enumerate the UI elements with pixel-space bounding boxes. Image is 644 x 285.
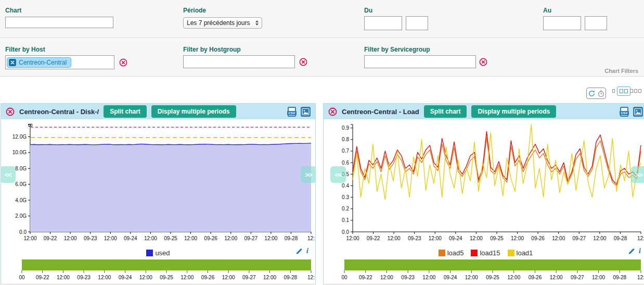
refresh-icon[interactable] [588, 90, 596, 97]
legend-item-used[interactable]: used [146, 249, 170, 257]
svg-text:12:00: 12:00 [98, 275, 111, 280]
layout-one-column-button[interactable] [610, 86, 617, 95]
remove-chart-icon[interactable] [6, 107, 15, 116]
svg-text:09-28: 09-28 [285, 236, 298, 241]
svg-text:09-27: 09-27 [242, 275, 256, 280]
legend-label: load15 [480, 249, 500, 257]
clear-hostgroup-filter-icon[interactable] [299, 58, 307, 66]
periode-label: Période [183, 7, 206, 14]
load-timeline-selector[interactable]: 0009-2212:0009-2312:0009-2412:0009-2512:… [324, 259, 644, 283]
svg-text:0.0: 0.0 [342, 229, 349, 235]
export-image-icon[interactable] [301, 107, 311, 117]
legend-item-load15[interactable]: load15 [471, 249, 500, 257]
svg-text:09-25: 09-25 [164, 236, 177, 241]
periode-selected-value: Les 7 précédents jours [187, 19, 250, 27]
svg-text:09-23: 09-23 [84, 236, 97, 241]
svg-text:0.8: 0.8 [342, 137, 349, 142]
du-time-input[interactable] [406, 16, 428, 30]
filter-by-hostgroup-input[interactable] [183, 55, 295, 68]
info-icon[interactable]: i [306, 246, 308, 255]
svg-text:09-24: 09-24 [119, 275, 132, 280]
edit-pencil-icon[interactable] [295, 247, 303, 255]
split-chart-button[interactable]: Split chart [104, 105, 147, 118]
au-label: Au [543, 7, 551, 14]
svg-text:09-27: 09-27 [571, 275, 584, 280]
svg-text:09-23: 09-23 [77, 275, 91, 280]
au-date-input[interactable] [543, 16, 581, 30]
host-tag: Centreon-Central [7, 57, 71, 68]
edit-pencil-icon[interactable] [628, 247, 635, 255]
svg-text:09-28: 09-28 [613, 275, 626, 280]
du-date-input[interactable] [364, 16, 402, 30]
svg-text:12:00: 12:00 [139, 275, 152, 280]
periode-select[interactable]: Les 7 précédents jours [183, 17, 262, 29]
svg-text:0.1: 0.1 [342, 217, 349, 223]
du-label: Du [364, 7, 372, 14]
filter-by-host-label: Filter by Host [5, 46, 45, 53]
period-clock-icon[interactable] [597, 90, 605, 97]
filters-row-divider [0, 38, 644, 38]
svg-text:0.6: 0.6 [342, 160, 349, 166]
svg-text:12:00: 12:00 [144, 236, 157, 241]
legend-swatch [471, 250, 478, 256]
svg-text:09-24: 09-24 [449, 236, 462, 241]
filter-by-host-input[interactable]: Centreon-Central [5, 55, 114, 69]
svg-text:09-23: 09-23 [408, 236, 421, 241]
legend-label: used [155, 249, 170, 257]
disk-timeline-selector[interactable]: 0009-2212:0009-2312:0009-2412:0009-2512:… [1, 259, 315, 283]
next-period-button[interactable]: >> [301, 166, 315, 183]
load-chart-tools: i [628, 246, 641, 255]
export-image-icon[interactable] [633, 107, 643, 117]
display-multiple-periods-button[interactable]: Display multiple periods [151, 105, 236, 118]
legend-item-load1[interactable]: load1 [508, 249, 533, 257]
chart-view-page: Chart Période Les 7 précédents jours Du … [0, 0, 644, 285]
svg-text:12:00: 12:00 [346, 236, 359, 241]
svg-text:12:00: 12:00 [507, 275, 520, 280]
svg-text:12:00: 12:00 [57, 275, 70, 280]
legend-swatch [508, 250, 514, 256]
load-chart-body: 0.00.10.20.30.40.50.60.70.80.912:0009-22… [324, 119, 644, 284]
svg-text:09-22: 09-22 [36, 275, 49, 280]
filter-by-servicegroup-input[interactable] [364, 55, 476, 68]
chart-filter-input[interactable] [5, 17, 113, 28]
layout-three-columns-button[interactable] [627, 86, 644, 95]
svg-text:09-26: 09-26 [201, 275, 215, 280]
svg-text:09-25: 09-25 [486, 275, 499, 280]
filter-by-hostgroup-label: Filter by Hostgroup [183, 46, 241, 53]
load-chart-plot[interactable]: 0.00.10.20.30.40.50.60.70.80.912:0009-22… [324, 121, 644, 245]
info-icon[interactable]: i [639, 246, 641, 255]
svg-text:09-27: 09-27 [572, 236, 586, 241]
disk-panel-header: Centreon-Central - Disk-/ Split chart Di… [1, 104, 315, 119]
refresh-button-group [586, 88, 606, 99]
svg-text:12:00: 12:00 [181, 275, 194, 280]
tag-remove-icon[interactable] [9, 59, 16, 66]
svg-text:00: 00 [19, 275, 25, 280]
previous-period-button[interactable]: << [330, 166, 346, 183]
svg-text:8.0G: 8.0G [15, 166, 27, 171]
previous-period-button[interactable]: << [1, 166, 16, 183]
clear-servicegroup-filter-icon[interactable] [479, 58, 487, 66]
svg-text:12:00: 12:00 [388, 236, 401, 241]
chart-filters-section: Chart Période Les 7 précédents jours Du … [0, 0, 644, 77]
next-period-button[interactable]: >> [631, 166, 644, 183]
svg-text:10.0G: 10.0G [12, 150, 27, 155]
display-multiple-periods-button[interactable]: Display multiple periods [471, 105, 556, 118]
clear-host-filter-icon[interactable] [119, 58, 127, 67]
disk-chart-plot[interactable]: 0.02.0G4.0G6.0G8.0G10.0G12.0G12:0009-221… [1, 121, 315, 245]
svg-text:09-22: 09-22 [367, 236, 380, 241]
chart-title: Centreon-Central - Disk-/ [19, 108, 99, 116]
au-time-input[interactable] [585, 16, 607, 30]
remove-chart-icon[interactable] [328, 107, 337, 116]
svg-text:6.0G: 6.0G [15, 181, 27, 187]
disk-chart-body: 0.02.0G4.0G6.0G8.0G10.0G12.0G12:0009-221… [1, 119, 315, 284]
split-chart-button[interactable]: Split chart [424, 105, 467, 118]
legend-swatch [439, 250, 445, 256]
load-panel-header: Centreon-Central - Load Split chart Disp… [324, 104, 644, 119]
legend-item-load5[interactable]: load5 [439, 249, 464, 257]
svg-text:0.7: 0.7 [342, 148, 349, 154]
svg-text:09-28: 09-28 [614, 236, 627, 241]
svg-text:2.0G: 2.0G [15, 213, 27, 219]
svg-text:0.0: 0.0 [19, 229, 27, 235]
export-csv-icon[interactable]: CSV [288, 107, 296, 117]
export-csv-icon[interactable]: CSV [620, 107, 628, 117]
